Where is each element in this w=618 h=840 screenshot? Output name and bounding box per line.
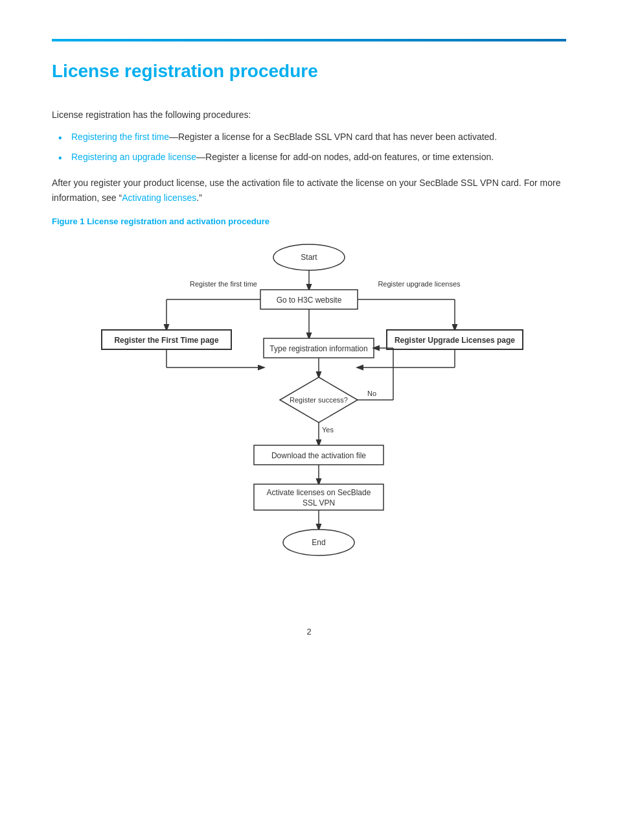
intro-text: License registration has the following p… [52, 108, 566, 122]
svg-text:SSL VPN: SSL VPN [303, 498, 335, 508]
page-title: License registration procedure [52, 61, 566, 82]
bullet-text-2: —Register a license for add-on nodes, ad… [196, 152, 494, 162]
svg-text:Register the First Time page: Register the First Time page [114, 336, 218, 345]
flowchart: Start Go to H3C website Register the fir… [89, 238, 529, 601]
after-text-end: .” [196, 192, 202, 203]
svg-rect-3 [260, 290, 358, 309]
list-item: Registering an upgrade license—Register … [58, 150, 566, 164]
page-container: License registration procedure License r… [0, 0, 618, 675]
activating-licenses-link[interactable]: Activating licenses [122, 192, 196, 203]
svg-text:Type registration information: Type registration information [269, 344, 367, 353]
svg-text:Register Upgrade Licenses page: Register Upgrade Licenses page [395, 336, 515, 345]
svg-rect-20 [264, 338, 374, 358]
list-item: Registering the first time—Register a li… [58, 130, 566, 144]
svg-text:End: End [312, 538, 325, 547]
svg-text:Register upgrade licenses: Register upgrade licenses [378, 280, 461, 288]
svg-text:Register success?: Register success? [290, 396, 348, 404]
registering-first-time-link[interactable]: Registering the first time [71, 132, 169, 142]
bullet-text-1: —Register a license for a SecBlade SSL V… [169, 132, 497, 142]
svg-marker-23 [280, 377, 358, 423]
svg-point-38 [283, 530, 354, 555]
svg-text:Activate licenses on SecBlade: Activate licenses on SecBlade [267, 488, 371, 497]
after-text: After you register your product license,… [52, 176, 566, 205]
svg-text:Start: Start [301, 253, 317, 262]
top-border [52, 39, 566, 41]
svg-text:Register the first time: Register the first time [190, 280, 257, 288]
svg-text:Download the activation file: Download the activation file [271, 451, 366, 460]
bullet-list: Registering the first time—Register a li… [52, 130, 566, 164]
svg-text:Go to H3C website: Go to H3C website [277, 296, 342, 305]
registering-upgrade-link[interactable]: Registering an upgrade license [71, 152, 196, 162]
svg-rect-31 [254, 445, 383, 465]
svg-rect-11 [102, 330, 231, 349]
svg-point-0 [273, 244, 345, 270]
svg-text:No: No [367, 390, 376, 397]
svg-rect-34 [254, 484, 383, 510]
svg-rect-13 [387, 330, 523, 349]
svg-text:Yes: Yes [322, 426, 334, 434]
page-number: 2 [52, 627, 566, 636]
figure-caption: Figure 1 License registration and activa… [52, 216, 566, 226]
